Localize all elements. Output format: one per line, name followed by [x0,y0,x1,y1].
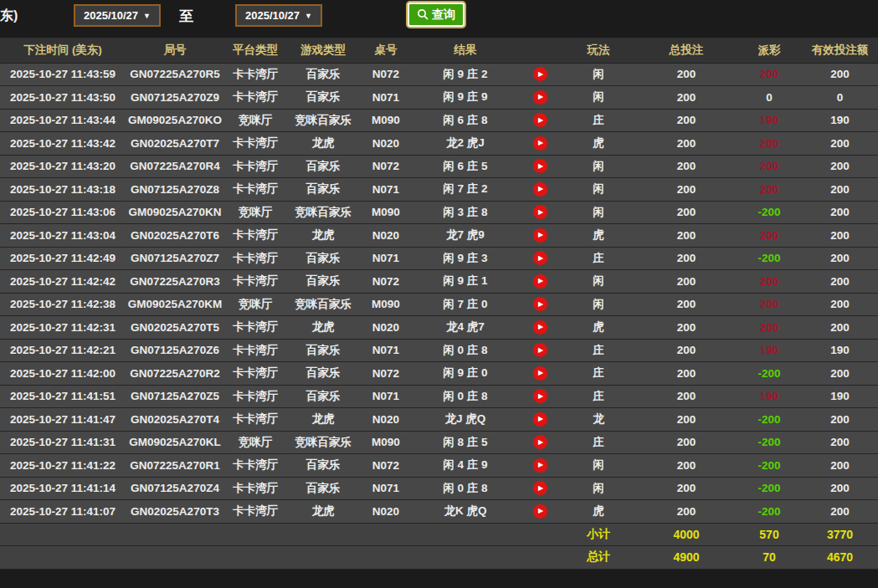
total-bet-cell: 200 [636,477,737,500]
play-icon[interactable]: ▶ [533,504,547,519]
play-icon[interactable]: ▶ [533,159,547,173]
play-icon[interactable]: ▶ [533,435,547,449]
payout-cell: 200 [737,224,802,248]
platform-cell: 卡卡湾厅 [224,155,286,178]
round-id-cell: GN02025A270T3 [126,500,224,524]
game-type-cell: 百家乐 [286,155,360,178]
table-row: 2025-10-27 11:43:06GM09025A270KN竞咪厅竞咪百家乐… [0,201,878,224]
total-bet-cell: 200 [636,362,737,386]
bet-time-cell: 2025-10-27 11:42:21 [0,339,126,362]
play-icon[interactable]: ▶ [533,366,547,381]
table-no-cell: N072 [360,454,412,478]
total-bet-cell: 200 [636,155,737,178]
play-icon[interactable]: ▶ [533,274,547,289]
date-to-picker[interactable]: 2025/10/27 ▼ [235,4,322,27]
query-button-label: 查询 [432,8,455,23]
bet-time-cell: 2025-10-27 11:43:06 [0,201,126,224]
payout-cell: 200 [737,270,802,294]
payout-cell: 200 [737,293,802,316]
valid-bet-cell: 200 [802,247,878,270]
round-id-cell: GN07125A270Z7 [126,247,224,270]
play-icon[interactable]: ▶ [533,67,547,81]
table-row: 2025-10-27 11:41:51GN07125A270Z5卡卡湾厅百家乐N… [0,385,878,408]
replay-cell: ▶ [519,178,561,202]
game-type-cell: 百家乐 [286,339,360,362]
bet-type-cell: 闲 [561,454,636,478]
payout-cell: 0 [737,86,802,110]
play-icon[interactable]: ▶ [533,343,547,357]
replay-cell: ▶ [519,247,561,270]
play-icon[interactable]: ▶ [533,113,547,127]
payout-cell: -200 [737,454,802,478]
bet-type-cell: 虎 [561,316,636,340]
round-id-cell: GN07225A270R5 [126,63,224,86]
play-icon[interactable]: ▶ [533,481,547,495]
total-bet-cell: 200 [636,408,737,432]
query-button[interactable]: 查询 [408,3,465,27]
grand-total-row: 总计4900704670 [0,546,878,570]
replay-cell: ▶ [519,362,561,386]
play-icon[interactable]: ▶ [533,205,547,219]
play-icon[interactable]: ▶ [533,182,547,197]
play-icon[interactable]: ▶ [533,297,547,311]
valid-bet-cell: 200 [802,500,878,524]
valid-bet-cell: 200 [802,178,878,202]
play-icon[interactable]: ▶ [533,90,547,105]
valid-bet-cell: 190 [802,339,878,362]
round-id-cell: GN07125A270Z4 [126,477,224,500]
table-header: 下注时间 (美东)局号平台类型游戏类型桌号结果玩法总投注派彩有效投注额 [0,38,878,63]
summary-label-cell: 小计 [561,523,636,546]
column-header: 游戏类型 [286,38,360,63]
play-icon[interactable]: ▶ [533,251,547,265]
empty-cell [286,523,360,546]
platform-cell: 卡卡湾厅 [224,477,286,500]
caret-down-icon: ▼ [305,12,312,20]
column-header [519,38,561,63]
play-icon[interactable]: ▶ [533,228,547,243]
round-id-cell: GM09025A270KN [126,201,224,224]
table-row: 2025-10-27 11:41:22GN07225A270R1卡卡湾厅百家乐N… [0,454,878,478]
column-header: 局号 [126,38,224,63]
play-icon[interactable]: ▶ [533,412,547,427]
summary-payout-cell: 70 [737,546,802,570]
valid-bet-cell: 200 [802,201,878,224]
payout-cell: 200 [737,316,802,340]
table-row: 2025-10-27 11:41:14GN07125A270Z4卡卡湾厅百家乐N… [0,477,878,500]
play-icon[interactable]: ▶ [533,389,547,403]
round-id-cell: GN07225A270R2 [126,362,224,386]
date-from-picker[interactable]: 2025/10/27 ▼ [74,4,161,27]
valid-bet-cell: 200 [802,270,878,294]
result-cell: 龙J 虎Q [412,408,519,432]
replay-cell: ▶ [519,454,561,478]
platform-cell: 竞咪厅 [224,109,286,132]
total-bet-cell: 200 [636,293,737,316]
table-row: 2025-10-27 11:43:04GN02025A270T6卡卡湾厅龙虎N0… [0,224,878,248]
play-icon[interactable]: ▶ [533,458,547,473]
result-cell: 闲 6 庄 8 [412,109,519,132]
platform-cell: 卡卡湾厅 [224,408,286,432]
play-icon[interactable]: ▶ [533,320,547,335]
table-no-cell: M090 [360,431,412,454]
empty-cell [126,523,224,546]
bet-time-cell: 2025-10-27 11:41:14 [0,477,126,500]
table-no-cell: N071 [360,247,412,270]
bet-type-cell: 庄 [561,431,636,454]
play-icon[interactable]: ▶ [533,136,547,151]
valid-bet-cell: 200 [802,293,878,316]
table-row: 2025-10-27 11:43:18GN07125A270Z8卡卡湾厅百家乐N… [0,178,878,202]
total-bet-cell: 200 [636,316,737,340]
payout-cell: 200 [737,63,802,86]
game-type-cell: 百家乐 [286,86,360,110]
table-no-cell: N071 [360,477,412,500]
round-id-cell: GN07225A270R4 [126,155,224,178]
platform-cell: 竞咪厅 [224,201,286,224]
replay-cell: ▶ [519,86,561,110]
bet-time-cell: 2025-10-27 11:43:44 [0,109,126,132]
platform-cell: 卡卡湾厅 [224,224,286,248]
payout-cell: 190 [737,385,802,408]
replay-cell: ▶ [519,109,561,132]
empty-cell [0,546,126,570]
game-type-cell: 竞咪百家乐 [286,293,360,316]
summary-valid-bet-cell: 3770 [802,523,878,546]
empty-cell [519,546,561,570]
